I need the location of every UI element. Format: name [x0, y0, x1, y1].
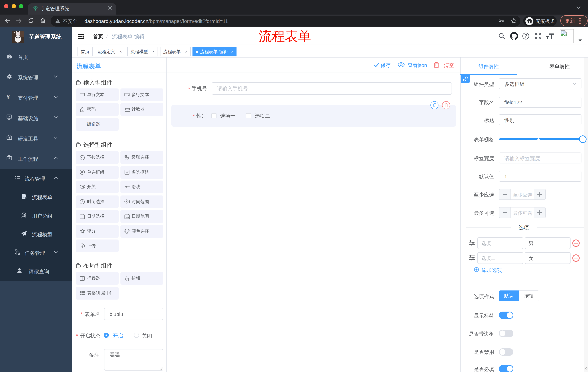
svg-text:123: 123 [124, 107, 130, 111]
